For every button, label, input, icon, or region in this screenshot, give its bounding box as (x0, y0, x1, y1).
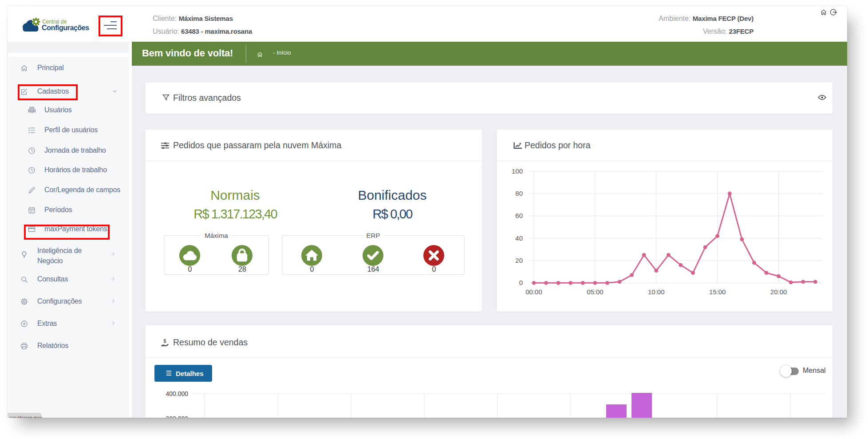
svg-text:100: 100 (512, 167, 523, 175)
svg-text:10:00: 10:00 (648, 288, 665, 296)
svg-text:60: 60 (515, 212, 523, 219)
svg-text:80: 80 (515, 190, 523, 197)
svg-text:00:00: 00:00 (525, 288, 542, 296)
svg-text:20: 20 (515, 257, 523, 264)
svg-text:300.000: 300.000 (166, 415, 188, 418)
svg-text:400.000: 400.000 (166, 390, 188, 397)
svg-text:40: 40 (515, 234, 523, 242)
svg-text:20:00: 20:00 (770, 288, 787, 296)
svg-text:15:00: 15:00 (709, 288, 726, 296)
svg-text:05:00: 05:00 (587, 288, 604, 296)
svg-text:0: 0 (519, 279, 523, 286)
